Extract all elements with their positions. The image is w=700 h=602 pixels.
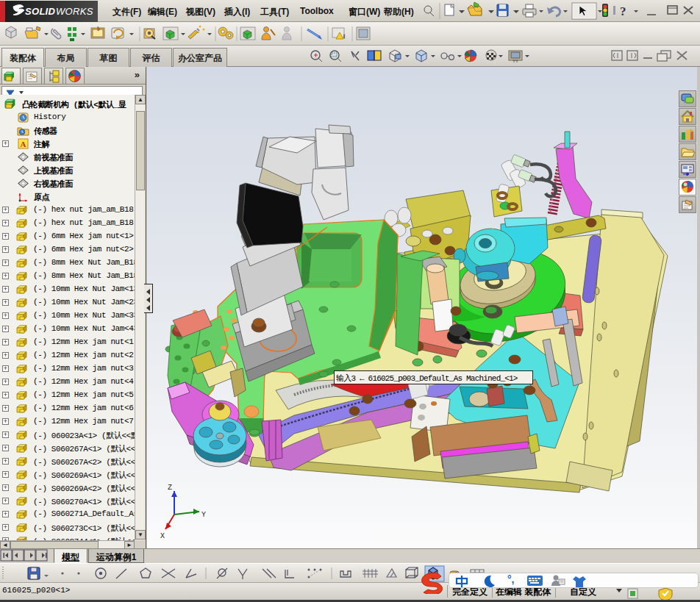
svg-text:SOLID: SOLID [25,6,56,17]
svg-text:Z: Z [168,484,172,492]
svg-text:A: A [21,140,26,148]
svg-text:?: ? [620,4,626,18]
svg-text:Y: Y [201,511,206,519]
svg-text:WORKS: WORKS [56,6,93,17]
svg-text:!: ! [343,33,345,40]
svg-text:X: X [160,532,165,540]
